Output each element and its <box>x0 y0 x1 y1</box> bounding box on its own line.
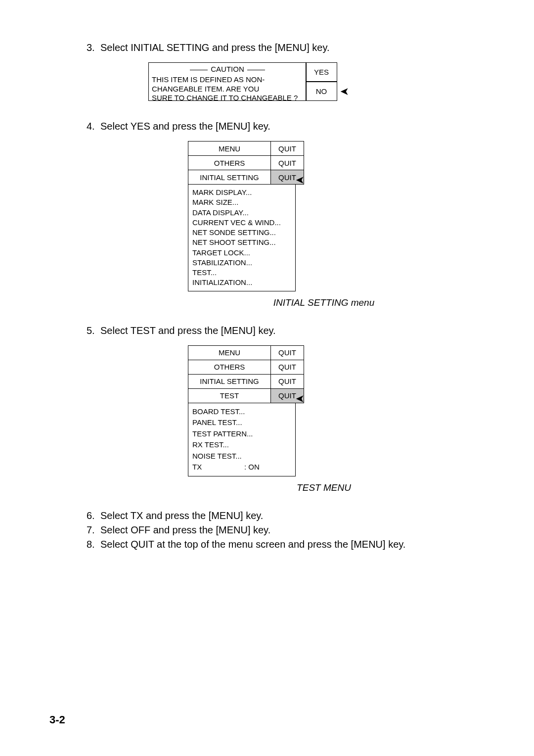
menu-header: MENU <box>188 142 271 156</box>
quit-button[interactable]: QUIT <box>271 360 304 374</box>
step-3-text: Select INITIAL SETTING and press the [ME… <box>100 42 329 53</box>
step-7: 7.Select OFF and press the [MENU] key. <box>87 524 534 536</box>
menu-item[interactable]: MARK SIZE... <box>192 197 291 207</box>
menu-item[interactable]: NET SONDE SETTING... <box>192 228 291 237</box>
quit-button[interactable]: QUIT <box>271 374 304 388</box>
others-header: OTHERS <box>188 360 271 374</box>
yes-button[interactable]: YES <box>306 62 337 82</box>
test-header: TEST <box>188 388 271 403</box>
caution-message: CAUTION THIS ITEM IS DEFINED AS NON- CHA… <box>148 62 307 101</box>
step-6: 6.Select TX and press the [MENU] key. <box>87 510 534 521</box>
quit-button[interactable]: QUIT <box>271 156 304 170</box>
quit-button[interactable]: QUIT <box>271 142 304 156</box>
quit-button[interactable]: QUIT <box>271 345 304 360</box>
step-4-text: Select YES and press the [MENU] key. <box>100 121 270 132</box>
menu-items: MARK DISPLAY... MARK SIZE... DATA DISPLA… <box>188 185 296 291</box>
step-5: 5.Select TEST and press the [MENU] key. <box>87 325 534 336</box>
menu-items: BOARD TEST... PANEL TEST... TEST PATTERN… <box>188 403 296 476</box>
step-5-text: Select TEST and press the [MENU] key. <box>100 325 276 336</box>
step-7-text: Select OFF and press the [MENU] key. <box>100 524 270 535</box>
caution-title: CAUTION <box>152 65 303 74</box>
test-menu: MENU QUIT OTHERS QUIT INITIAL SETTING QU… <box>188 345 534 476</box>
menu-item[interactable]: INITIALIZATION... <box>192 278 291 287</box>
menu-item[interactable]: NOISE TEST... <box>192 451 291 462</box>
page-number: 3-2 <box>49 713 65 726</box>
initial-setting-header: INITIAL SETTING <box>188 170 271 185</box>
initial-setting-header: INITIAL SETTING <box>188 374 271 388</box>
caution-dialog: CAUTION THIS ITEM IS DEFINED AS NON- CHA… <box>148 62 534 101</box>
menu-item[interactable]: DATA DISPLAY... <box>192 208 291 218</box>
initial-setting-menu: MENU QUIT OTHERS QUIT INITIAL SETTING QU… <box>188 141 534 291</box>
menu-item[interactable]: TEST... <box>192 268 291 278</box>
menu-caption: INITIAL SETTING menu <box>114 297 534 308</box>
cursor-arrow-icon: ➤ <box>340 85 349 98</box>
menu-item[interactable]: STABILIZATION... <box>192 258 291 268</box>
step-8-text: Select QUIT at the top of the menu scree… <box>100 539 405 550</box>
tx-menu-item[interactable]: TX: ON <box>192 462 291 473</box>
cursor-arrow-icon: ➤ <box>296 392 305 405</box>
menu-item[interactable]: TEST PATTERN... <box>192 428 291 440</box>
step-6-text: Select TX and press the [MENU] key. <box>100 510 263 521</box>
menu-item[interactable]: PANEL TEST... <box>192 417 291 428</box>
cursor-arrow-icon: ➤ <box>296 174 305 187</box>
menu-header: MENU <box>188 345 271 360</box>
menu-caption: TEST MENU <box>114 482 534 493</box>
others-header: OTHERS <box>188 156 271 170</box>
step-3: 3.Select INITIAL SETTING and press the [… <box>87 42 534 53</box>
no-button[interactable]: NO <box>306 82 337 101</box>
step-8: 8.Select QUIT at the top of the menu scr… <box>87 539 534 550</box>
menu-item[interactable]: MARK DISPLAY... <box>192 188 291 197</box>
menu-item[interactable]: NET SHOOT SETTING... <box>192 237 291 247</box>
menu-item[interactable]: CURRENT VEC & WIND... <box>192 218 291 228</box>
menu-item[interactable]: BOARD TEST... <box>192 406 291 418</box>
menu-item[interactable]: RX TEST... <box>192 439 291 451</box>
step-4: 4.Select YES and press the [MENU] key. <box>87 121 534 132</box>
menu-item[interactable]: TARGET LOCK... <box>192 248 291 258</box>
